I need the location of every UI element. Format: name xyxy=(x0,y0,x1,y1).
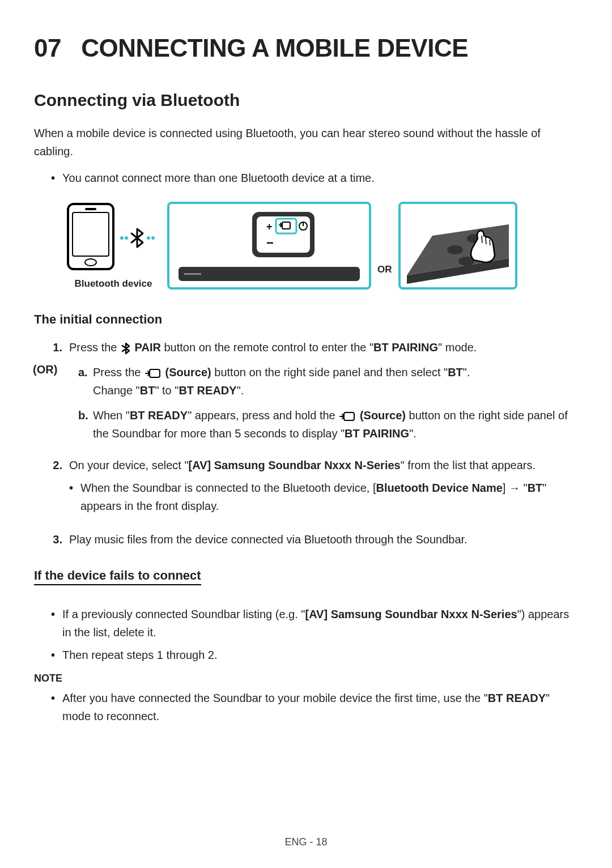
step-content: Press the PAIR button on the remote cont… xyxy=(69,338,578,356)
or-steps: a. Press the (Source) button on the righ… xyxy=(73,363,578,449)
svg-rect-10 xyxy=(184,273,201,275)
bt-label: BT xyxy=(448,366,463,378)
device-name: [AV] Samsung Soundbar Nxxx N-Series xyxy=(189,459,401,471)
bt-ready-label: BT READY xyxy=(130,409,188,422)
soundbar-touch-figure xyxy=(398,202,517,290)
text: After you have connected the Soundbar to… xyxy=(62,692,488,704)
step-2-bullets: When the Soundbar is connected to the Bl… xyxy=(69,479,578,515)
svg-point-22 xyxy=(447,245,463,254)
intro-bullet-list: You cannot connect more than one Bluetoo… xyxy=(34,169,578,187)
section-title: Connecting via Bluetooth xyxy=(34,91,578,110)
note-bullets: After you have connected the Soundbar to… xyxy=(34,689,578,725)
svg-rect-1 xyxy=(73,212,109,256)
svg-rect-28 xyxy=(150,369,160,377)
figure-row: Bluetooth device + − OR xyxy=(62,201,578,290)
source-label: (Source) xyxy=(360,409,406,422)
text: Press the xyxy=(69,341,120,354)
svg-point-7 xyxy=(151,236,155,240)
step-content: Press the (Source) button on the right s… xyxy=(93,363,578,399)
source-icon xyxy=(145,368,161,378)
fail-bullets: If a previously connected Soundbar listi… xyxy=(34,605,578,664)
svg-point-3 xyxy=(85,259,96,266)
chapter-title: 07 CONNECTING A MOBILE DEVICE xyxy=(34,34,578,62)
bt-device-name-label: Bluetooth Device Name xyxy=(376,482,502,494)
step-content: On your device, select "[AV] Samsung Sou… xyxy=(69,456,578,524)
bt-ready-label: BT READY xyxy=(488,692,546,704)
step-2: 2. On your device, select "[AV] Samsung … xyxy=(34,456,578,524)
source-label: (Source) xyxy=(165,366,211,378)
bt-pairing-label: BT PAIRING xyxy=(373,341,438,354)
text: Press the xyxy=(93,366,144,378)
text: When " xyxy=(93,409,130,422)
svg-rect-29 xyxy=(344,412,354,420)
bt-label: BT xyxy=(140,384,155,397)
step-content: When "BT READY" appears, press and hold … xyxy=(93,406,578,442)
text: If a previously connected Soundbar listi… xyxy=(62,608,305,620)
step-1: 1. Press the PAIR button on the remote c… xyxy=(34,338,578,356)
svg-point-5 xyxy=(125,236,128,240)
text: " from the list that appears. xyxy=(401,459,536,471)
text: " mode. xyxy=(438,341,477,354)
figure-or-label: OR xyxy=(377,264,392,275)
step-letter: a. xyxy=(78,363,93,399)
list-item: When the Soundbar is connected to the Bl… xyxy=(69,479,578,515)
text: button on the right side panel and then … xyxy=(211,366,448,378)
svg-line-26 xyxy=(486,237,486,244)
text: When the Soundbar is connected to the Bl… xyxy=(80,482,376,494)
text: Change " xyxy=(93,384,140,397)
bt-pairing-label: BT PAIRING xyxy=(345,427,409,440)
text: " to " xyxy=(155,384,178,397)
list-item: Then repeat steps 1 through 2. xyxy=(51,646,578,664)
list-item: If a previously connected Soundbar listi… xyxy=(51,605,578,641)
source-icon xyxy=(339,411,355,422)
pair-label: PAIR xyxy=(135,341,161,354)
step-a: a. Press the (Source) button on the righ… xyxy=(78,363,578,399)
text: " appears, press and hold the xyxy=(188,409,338,422)
bt-ready-label: BT READY xyxy=(178,384,236,397)
steps-initial: 1. Press the PAIR button on the remote c… xyxy=(34,338,578,548)
svg-point-4 xyxy=(120,236,124,240)
step-number: 2. xyxy=(45,456,62,524)
soundbar-remote-figure: + − xyxy=(167,202,371,290)
text: ". xyxy=(463,366,470,378)
list-item: After you have connected the Soundbar to… xyxy=(51,689,578,725)
step-number: 1. xyxy=(45,338,62,356)
or-alternative: (OR) a. Press the (Source) button on the… xyxy=(34,363,578,449)
step-content: Play music files from the device connect… xyxy=(69,530,578,548)
text: button on the remote control to enter th… xyxy=(161,341,373,354)
step-letter: b. xyxy=(78,406,93,442)
note-label: NOTE xyxy=(34,673,578,684)
bt-label: BT xyxy=(528,482,543,494)
svg-text:−: − xyxy=(266,236,274,250)
svg-text:+: + xyxy=(266,221,273,232)
intro-bullet-item: You cannot connect more than one Bluetoo… xyxy=(51,169,578,187)
phone-caption: Bluetooth device xyxy=(75,278,152,290)
page-footer: ENG - 18 xyxy=(0,836,612,848)
bluetooth-pair-icon xyxy=(121,343,130,354)
svg-line-27 xyxy=(490,240,490,245)
text: ". xyxy=(237,384,244,397)
text: On your device, select " xyxy=(69,459,189,471)
step-number: 3. xyxy=(45,530,62,548)
intro-paragraph: When a mobile device is connected using … xyxy=(34,124,578,160)
svg-rect-2 xyxy=(85,208,96,210)
text: ". xyxy=(409,427,416,440)
phone-figure-block: Bluetooth device xyxy=(62,201,164,290)
subheading-initial-connection: The initial connection xyxy=(34,312,578,327)
svg-rect-9 xyxy=(178,267,360,281)
svg-line-25 xyxy=(482,236,482,243)
step-3: 3. Play music files from the device conn… xyxy=(34,530,578,548)
text: ] → " xyxy=(503,482,528,494)
subheading-device-fails: If the device fails to connect xyxy=(34,568,201,585)
bluetooth-device-icon xyxy=(62,201,164,275)
chapter-number: 07 xyxy=(34,34,61,62)
device-name: [AV] Samsung Soundbar Nxxx N-Series xyxy=(305,608,517,620)
step-b: b. When "BT READY" appears, press and ho… xyxy=(78,406,578,442)
chapter-heading: CONNECTING A MOBILE DEVICE xyxy=(81,34,468,62)
svg-point-6 xyxy=(147,236,150,240)
or-label: (OR) xyxy=(33,363,73,449)
